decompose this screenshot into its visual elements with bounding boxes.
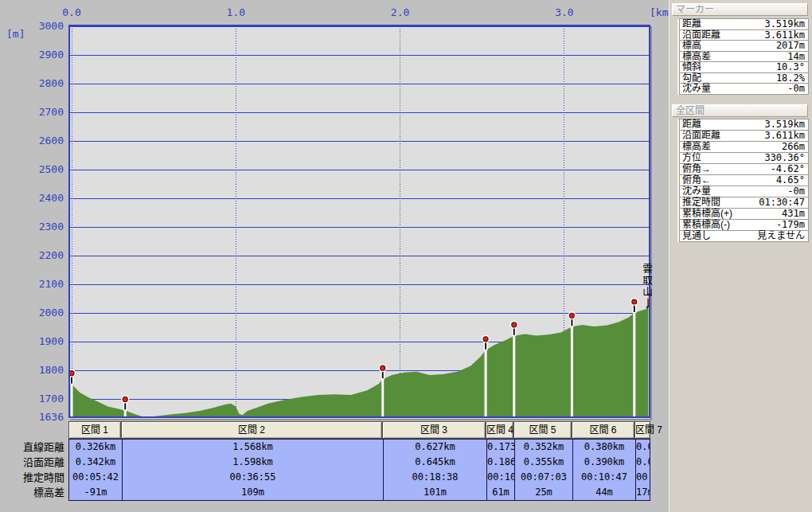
y-tick-label: 2900 <box>24 49 64 61</box>
total-pane-header: 全区間 <box>672 104 808 117</box>
info-row: 勾配18.2% <box>679 72 809 84</box>
table-row-label: 標高差 <box>0 485 67 500</box>
info-row: 沈み量-0m <box>679 83 809 95</box>
section-header-button[interactable]: 区間 6 <box>572 421 634 439</box>
x-tick-label: 3.0 <box>548 6 580 19</box>
info-row-label: 距離 <box>682 119 701 130</box>
y-tick-label: 2700 <box>24 106 64 119</box>
info-row: 標高差266m <box>679 141 809 153</box>
info-row-value: 4.65° <box>776 175 805 186</box>
info-side-panel: マーカー 距離3.519km沿面距離3.611km標高2017m標高差14m傾斜… <box>669 0 812 512</box>
section-value: 0.186km <box>487 455 514 470</box>
info-row-value: 266m <box>782 142 805 152</box>
section-value: 0.342km <box>69 455 122 470</box>
info-row: 累積標高(+)431m <box>679 208 809 220</box>
info-row-label: 俯角→ <box>682 164 711 174</box>
info-row: 沈み量-0m <box>679 186 809 197</box>
info-row-value: 01:30:47 <box>759 197 805 208</box>
section-value: 0.173km <box>487 440 514 455</box>
y-axis-unit-label: [m] <box>6 28 25 41</box>
info-row-label: 見通し <box>682 231 711 241</box>
total-pane-rows: 距離3.519km沿面距離3.611km標高差266m方位330.36°俯角→-… <box>677 119 809 242</box>
info-row-value: 2017m <box>776 41 805 51</box>
info-row: 標高2017m <box>679 40 809 52</box>
section-value: 00:36:55 <box>123 470 383 485</box>
y-tick-label: 2200 <box>24 249 64 262</box>
section-value: 61m <box>487 485 514 500</box>
section-value: 25m <box>515 485 572 500</box>
marker-pane-rows: 距離3.519km沿面距離3.611km標高2017m標高差14m傾斜10.3°… <box>677 19 809 95</box>
x-tick-label: 2.0 <box>385 6 416 19</box>
y-tick-label: 2100 <box>24 278 64 291</box>
info-row-label: 沿面距離 <box>682 131 720 141</box>
info-row: 沿面距離3.611km <box>679 130 809 142</box>
y-tick-label: 1800 <box>24 364 64 377</box>
section-value: 17m <box>636 485 650 500</box>
info-row-label: 勾配 <box>682 73 701 84</box>
section-data-column: 0.326km0.342km00:05:42-91m <box>69 440 122 500</box>
section-header-button[interactable]: 区間 5 <box>513 421 572 439</box>
info-row: 俯角←4.65° <box>679 174 809 186</box>
section-value: 1.568km <box>123 440 383 455</box>
info-row-value: -0m <box>787 186 805 197</box>
info-row: 傾斜10.3° <box>679 61 809 73</box>
section-header-button[interactable]: 区間 7 <box>634 421 650 439</box>
elevation-chart-svg[interactable] <box>68 25 650 419</box>
info-row-label: 沿面距離 <box>682 30 720 41</box>
table-row-label: 沿面距離 <box>0 455 67 470</box>
info-row: 距離3.519km <box>679 18 809 30</box>
section-value: -91m <box>69 485 122 500</box>
info-row-label: 標高差 <box>682 52 711 62</box>
section-header-button[interactable]: 区間 2 <box>121 421 382 439</box>
y-tick-label: 2000 <box>24 307 64 319</box>
y-tick-label: 1700 <box>24 393 64 405</box>
section-header-button[interactable]: 区間 1 <box>68 421 121 439</box>
y-tick-label: 3000 <box>24 20 64 33</box>
info-row-value: 3.611km <box>764 131 805 141</box>
section-value: 00:07:03 <box>515 470 572 485</box>
section-data-column: 0.352km0.355km00:07:0325m <box>514 440 572 500</box>
info-row: 距離3.519km <box>679 119 809 131</box>
section-data-column: 0.093km0.093km00:01:17m <box>635 440 650 500</box>
section-value: 101m <box>384 485 486 500</box>
section-value: 0.355km <box>515 455 572 470</box>
section-table: 区間 1区間 2区間 3区間 4区間 5区間 6区間 7 0.326km0.34… <box>68 421 650 501</box>
info-row-label: 累積標高(+) <box>682 209 732 219</box>
section-value: 0.352km <box>515 440 572 455</box>
info-row: 累積標高(-)-179m <box>679 219 809 231</box>
section-data-column: 0.380km0.390km00:10:4744m <box>572 440 635 500</box>
y-tick-label: 2400 <box>24 192 64 205</box>
info-row-label: 標高差 <box>682 142 711 152</box>
section-value: 0.326km <box>69 440 122 455</box>
y-tick-label: 2500 <box>24 163 64 176</box>
section-value: 0.093km <box>636 440 650 455</box>
info-row-label: 標高 <box>682 41 701 51</box>
table-row-label: 直線距離 <box>0 440 67 455</box>
section-value: 00:01: <box>636 470 650 485</box>
info-row: 俯角→-4.62° <box>679 163 809 175</box>
table-row-label: 推定時間 <box>0 470 67 485</box>
info-row: 標高差14m <box>679 51 809 63</box>
section-value: 00:10:0 <box>487 470 514 485</box>
x-tick-label: 0.0 <box>56 6 88 19</box>
info-row: 見通し見えません <box>679 230 809 242</box>
info-row-label: 累積標高(-) <box>682 220 730 230</box>
marker-pane-header: マーカー <box>672 3 808 16</box>
info-row: 沿面距離3.611km <box>679 29 809 41</box>
section-value: 109m <box>123 485 383 500</box>
info-row-label: 沈み量 <box>682 84 711 94</box>
section-value: 0.390km <box>573 455 635 470</box>
section-data-column: 0.627km0.645km00:18:38101m <box>383 440 486 500</box>
y-tick-label: 2600 <box>24 135 64 147</box>
y-tick-label: 2800 <box>24 77 64 90</box>
info-row: 推定時間01:30:47 <box>679 197 809 209</box>
section-header-button[interactable]: 区間 3 <box>382 421 486 439</box>
section-data-column: 0.173km0.186km00:10:061m <box>486 440 514 500</box>
y-tick-label: 1900 <box>24 335 64 348</box>
info-row-value: 3.519km <box>764 119 805 130</box>
info-row-value: 18.2% <box>776 73 805 84</box>
info-row-label: 方位 <box>682 153 701 163</box>
elevation-plot[interactable] <box>68 25 650 419</box>
section-header-button[interactable]: 区間 4 <box>486 421 513 439</box>
summit-label: 雲取山 <box>641 264 652 299</box>
